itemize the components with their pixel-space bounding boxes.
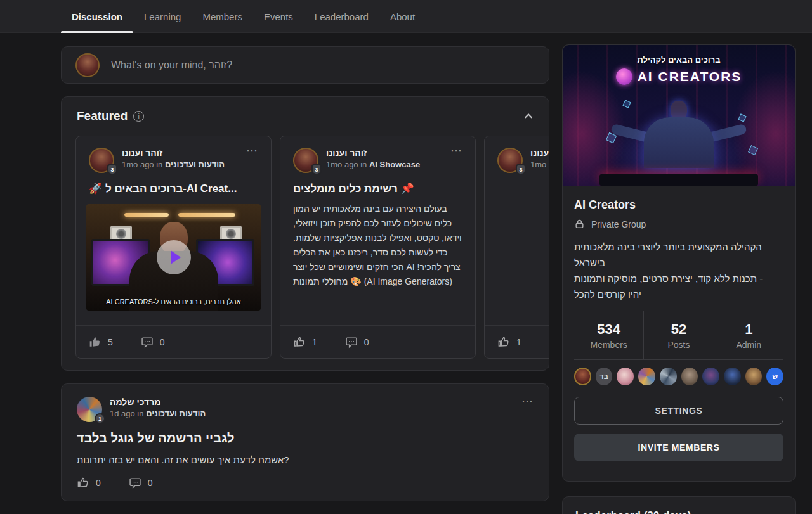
leaderboard-title: Leaderboard (30-days) [575,510,782,514]
featured-post-card[interactable]: 3 זוהר וענונו 1mo קהילה 📌 ✅ למעלה ? היכנ… [484,136,549,359]
tab-learning[interactable]: Learning [133,0,192,33]
level-badge: 1 [95,413,105,424]
author-name[interactable]: זוהר וענונו [530,148,549,158]
post-title[interactable]: קהילה 📌 [497,182,549,195]
post-meta: 1mo ago in הודעות ועדכונים [122,160,246,169]
settings-button[interactable]: SETTINGS [574,397,783,425]
community-stats: 534 Members 52 Posts 1 Admin [574,311,783,359]
member-avatar[interactable] [745,368,763,385]
comment-count: 0 [148,478,153,488]
more-options-icon[interactable]: ⋯ [246,148,258,154]
body-line: דרך התפריט [497,289,549,304]
post-time: 1d ago in [110,409,144,418]
featured-carousel: 3 זוהר וענונו 1mo ago in הודעות ועדכונים… [75,136,549,359]
featured-post-card[interactable]: 3 זוהר וענונו 1mo ago in הודעות ועדכונים… [75,136,272,359]
tab-leaderboard[interactable]: Leaderboard [304,0,379,33]
like-icon[interactable] [497,336,510,349]
member-avatar[interactable] [617,368,634,385]
comment-count: 0 [364,337,369,347]
community-card: ברוכים הבאים לקהילת AI CREATORS AI Creat… [562,44,796,482]
body-line: לקבל תשובות [497,245,549,260]
leaderboard-card: Leaderboard (30-days) [562,496,796,514]
member-avatar[interactable]: בד [596,368,613,385]
like-count: 1 [516,337,521,347]
tab-discussion[interactable]: Discussion [61,0,133,33]
card-footer: 5 0 [76,325,271,358]
comment-icon[interactable] [129,477,141,489]
post-footer: 0 0 [77,477,534,489]
stat-admins[interactable]: 1 Admin [714,311,783,359]
description-line: הקהילה המקצועית ביותר ליוצרי בינה מלאכות… [574,239,783,271]
featured-post-card[interactable]: 3 זוהר וענונו 1mo ago in AI Showcase ⋯ ר… [280,136,476,359]
banner-welcome-text: ברוכים הבאים לקהילת [563,55,795,65]
author-name[interactable]: זוהר וענונו [122,148,246,158]
post-meta: 1mo ago in AI Showcase [326,160,450,169]
level-badge: 3 [107,164,117,175]
community-banner[interactable]: ברוכים הבאים לקהילת AI CREATORS [563,45,795,186]
post-meta: 1d ago in הודעות ועדכונים [110,409,534,418]
featured-header: Featured i [62,97,549,135]
post-body[interactable]: ✅ למעלה ? היכנס ל עמוד התכנים שיש לקבל ת… [497,202,549,304]
like-icon[interactable] [77,477,89,489]
tab-label: Discussion [72,11,122,22]
avatar[interactable]: 3 [293,148,318,173]
level-badge: 3 [311,164,322,175]
post-title[interactable]: 🚀 ברוכים הבאים ל-AI Creat... [89,182,258,195]
nav-tabs: Discussion Learning Members Events Leade… [61,0,426,33]
member-avatar[interactable] [724,368,741,385]
post-card[interactable]: 1 מרדכי שלמה 1d ago in הודעות ועדכונים ⋯… [61,383,549,501]
post-category[interactable]: הודעות ועדכונים [165,160,225,169]
member-avatars-row: בד ש [574,360,783,393]
member-avatar[interactable] [638,368,655,385]
video-thumbnail[interactable]: אהלן חברים, ברוכים הבאים ל-AI CREATORS [86,204,261,311]
more-options-icon[interactable]: ⋯ [521,398,534,404]
avatar[interactable]: 1 [77,397,102,422]
stat-value: 1 [745,321,752,338]
studio-light [124,213,169,217]
like-icon[interactable] [293,336,306,349]
comment-icon[interactable] [345,336,358,349]
more-options-icon[interactable]: ⋯ [450,148,462,154]
tab-about[interactable]: About [379,0,426,33]
invite-members-button[interactable]: INVITE MEMBERS [574,434,783,461]
member-avatar[interactable] [574,368,591,385]
top-nav-bar: Discussion Learning Members Events Leade… [0,0,812,33]
privacy-label: Private Group [591,219,646,229]
info-icon[interactable]: i [133,111,144,122]
post-body[interactable]: אשמח לדעת איך עושים את זה. והאם יש בזה י… [77,454,534,465]
avatar[interactable] [75,53,100,77]
stat-members[interactable]: 534 Members [574,311,643,359]
brain-logo-icon [616,68,632,85]
like-icon[interactable] [89,336,102,349]
banner-keyboard [599,174,758,186]
chevron-up-icon[interactable] [523,111,534,121]
tab-label: Events [264,11,293,22]
post-title[interactable]: רשימת כלים מומלצים 📌 [293,182,462,195]
post-title[interactable]: לגביי הרשמה של גוגל בלבד [77,431,534,446]
stat-value: 52 [671,321,686,338]
body-line: ✅ למעלה ? [497,202,549,216]
member-avatar[interactable] [681,368,698,385]
tab-members[interactable]: Members [192,0,253,33]
stat-posts[interactable]: 52 Posts [643,311,713,359]
featured-section: Featured i 3 זוהר וענונו 1mo ago in הודע… [61,96,549,371]
post-category[interactable]: הודעות ועדכונים [146,409,206,418]
privacy-row: Private Group [574,219,783,229]
play-icon[interactable] [157,240,191,274]
member-avatar[interactable]: ש [766,368,783,385]
member-avatar[interactable] [702,368,719,385]
author-name[interactable]: מרדכי שלמה [110,397,534,407]
post-body[interactable]: בעולם היצירה עם בינה מלאכותית יש המון כל… [293,202,462,289]
composer-placeholder: What's on your mind, זוהר? [111,60,232,71]
video-caption: אהלן חברים, ברוכים הבאים ל-AI CREATORS [86,298,261,305]
avatar[interactable]: 3 [497,148,523,173]
comment-icon[interactable] [141,336,154,349]
tab-label: Members [202,11,242,22]
community-description: הקהילה המקצועית ביותר ליוצרי בינה מלאכות… [574,239,783,302]
tab-events[interactable]: Events [253,0,304,33]
avatar[interactable]: 3 [89,148,114,173]
post-composer[interactable]: What's on your mind, זוהר? [61,46,549,84]
post-category[interactable]: AI Showcase [369,160,420,169]
member-avatar[interactable] [660,368,677,385]
author-name[interactable]: זוהר וענונו [326,148,450,158]
